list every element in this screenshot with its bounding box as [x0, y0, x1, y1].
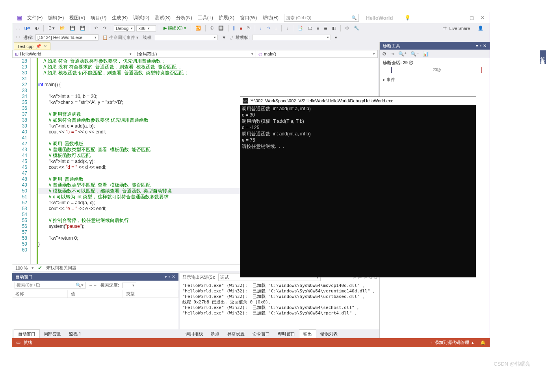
- undo-button[interactable]: ↶: [93, 25, 100, 31]
- liveshare-icon[interactable]: ⮆: [442, 26, 447, 31]
- tool-btn-a[interactable]: 🔁: [194, 25, 202, 31]
- restart-button[interactable]: ↻: [245, 25, 252, 31]
- back-button[interactable]: ◑▾: [22, 25, 32, 31]
- console-icon: C:\: [243, 98, 248, 104]
- gear-icon[interactable]: ⚙: [382, 51, 386, 57]
- thread-label: 线程:: [143, 35, 152, 41]
- window-buttons: — ▢ ✕: [458, 15, 488, 20]
- process-label: 进程:: [23, 35, 33, 41]
- debug-toolbar: ⋮⋮ 进程: [19424] HelloWorld.exe 📋 生命周期事件▾ …: [12, 33, 490, 42]
- status-icon: ▭: [16, 340, 20, 345]
- minimize-button[interactable]: —: [458, 15, 463, 20]
- menu-item[interactable]: 生成(B): [110, 13, 130, 23]
- panel-tab[interactable]: 异常设置: [223, 330, 249, 338]
- console-body: 调用普通函数 int add(int a, int b) c = 30 调用函数…: [240, 105, 476, 277]
- chart-icon[interactable]: 📊: [423, 51, 429, 57]
- solution-explorer-tab[interactable]: 解决方案资源管理器: [540, 50, 546, 64]
- file-tab[interactable]: Test.cpp 📌 ✕: [14, 43, 50, 50]
- menu-item[interactable]: 工具(T): [195, 13, 215, 23]
- panel-tab[interactable]: 调用堆栈: [182, 330, 207, 338]
- menu-item[interactable]: 编辑(E): [46, 13, 66, 23]
- panel-tab[interactable]: 命令窗口: [249, 330, 274, 338]
- redo-button[interactable]: ↷: [101, 25, 108, 31]
- process-dropdown[interactable]: [19424] HelloWorld.exe: [35, 34, 98, 41]
- search-icon: 🔍: [351, 15, 357, 20]
- console-title-bar[interactable]: C:\ Y:\002_WorkSpace\002_VS\HelloWorld\H…: [240, 97, 476, 105]
- step-over-button[interactable]: ↷: [265, 25, 272, 31]
- console-window[interactable]: C:\ Y:\002_WorkSpace\002_VS\HelloWorld\H…: [240, 96, 476, 277]
- func-dropdown[interactable]: ◎main(): [256, 50, 378, 58]
- maximize-button[interactable]: ▢: [469, 15, 474, 20]
- zoom-in-icon[interactable]: 🔍⁺: [398, 51, 407, 57]
- panel-tab[interactable]: 局部变量: [40, 330, 65, 338]
- open-button[interactable]: 📂: [58, 25, 67, 31]
- stackframe-label: 堆栈帧:: [236, 35, 250, 41]
- menu-item[interactable]: 分析(N): [174, 13, 195, 23]
- panel-tab[interactable]: 输出: [299, 329, 316, 338]
- search-placeholder: 搜索 (Ctrl+Q): [286, 15, 311, 21]
- autos-panel-title: 自动窗口 ▾▫✕: [12, 273, 178, 281]
- save-all-button[interactable]: 💾: [78, 25, 87, 31]
- step-out-button[interactable]: ↑: [273, 25, 279, 31]
- status-bar: ▭ 就绪 ↑ 添加到源代码管理 ▴ 🔔: [12, 338, 490, 347]
- tool-btn-b[interactable]: 🔲: [217, 25, 225, 31]
- pin-icon[interactable]: 📌: [36, 44, 41, 49]
- output-body[interactable]: "HelloWorld.exe" (Win32): 已加载 "C:\Window…: [180, 282, 379, 329]
- menu-item[interactable]: 帮助(H): [260, 13, 281, 23]
- menu-item[interactable]: 测试(S): [152, 13, 173, 23]
- menu-item[interactable]: 项目(P): [88, 13, 109, 23]
- menu-item[interactable]: 扩展(X): [216, 13, 237, 23]
- diag-timeline[interactable]: 20秒: [383, 67, 487, 75]
- menu-item[interactable]: 窗口(W): [238, 13, 259, 23]
- ok-icon: ✔: [38, 265, 42, 271]
- panel-tab[interactable]: 断点: [207, 330, 223, 338]
- vs-logo: ▣: [14, 12, 25, 23]
- app-title: HelloWorld: [366, 15, 393, 21]
- snapshot-icon[interactable]: ⦾: [208, 25, 215, 31]
- pause-button[interactable]: ∥: [231, 25, 237, 31]
- autos-search[interactable]: 搜索(Ctrl+E)🔍▾: [15, 282, 85, 289]
- platform-dropdown[interactable]: x86: [136, 25, 156, 31]
- close-button[interactable]: ✕: [480, 15, 485, 20]
- panel-tab[interactable]: 自动窗口: [14, 329, 40, 338]
- config-dropdown[interactable]: Debug: [114, 25, 135, 31]
- main-toolbar: ⋮⋮ ◑▾ ◐ 🗋▾ 📂 💾 💾 ↶ ↷ Debug x86 ▶ 继续(C)▾ …: [12, 23, 490, 33]
- save-button[interactable]: 💾: [68, 25, 77, 31]
- close-tab-icon[interactable]: ✕: [44, 44, 47, 48]
- stop-button[interactable]: ■: [238, 25, 244, 31]
- context-bar: ⊞HelloWorld (全局范围) ◎main(): [12, 50, 378, 58]
- liveshare-label[interactable]: Live Share: [449, 26, 470, 31]
- global-dropdown[interactable]: (全局范围): [134, 50, 256, 58]
- menu-item[interactable]: 视图(V): [67, 13, 87, 23]
- feedback-icon[interactable]: 👤: [478, 26, 483, 31]
- menu-item[interactable]: 调试(D): [131, 13, 152, 23]
- notification-icon[interactable]: 💡: [405, 15, 410, 20]
- autos-header: 名称值类型: [12, 290, 178, 298]
- zoom-out-icon[interactable]: 🔍⁻: [410, 51, 419, 57]
- scope-dropdown[interactable]: ⊞HelloWorld: [12, 50, 134, 58]
- panel-tab[interactable]: 错误列表: [316, 330, 342, 338]
- stackframe-dropdown[interactable]: [252, 35, 331, 40]
- thread-dropdown[interactable]: [155, 35, 218, 40]
- step-into-button[interactable]: ↓: [258, 25, 264, 31]
- notify-icon[interactable]: 🔔: [480, 340, 486, 345]
- panel-tab[interactable]: 监视 1: [65, 330, 85, 338]
- menu-item[interactable]: 文件(F): [25, 13, 45, 23]
- file-tab-row: Test.cpp 📌 ✕: [12, 42, 378, 50]
- search-box[interactable]: 搜索 (Ctrl+Q) 🔍: [284, 14, 359, 22]
- forward-button[interactable]: ◐: [33, 25, 41, 31]
- menu-bar: 文件(F)编辑(E)视图(V)项目(P)生成(B)调试(D)测试(S)分析(N)…: [25, 13, 281, 23]
- title-bar: ▣ 文件(F)编辑(E)视图(V)项目(P)生成(B)调试(D)测试(S)分析(…: [12, 12, 490, 23]
- new-button[interactable]: 🗋▾: [46, 25, 56, 31]
- source-control-button[interactable]: 添加到源代码管理: [435, 340, 469, 346]
- continue-button[interactable]: ▶ 继续(C)▾: [162, 24, 188, 32]
- panel-tab[interactable]: 即时窗口: [274, 330, 299, 338]
- watermark: CSDN @韩曙亮: [494, 361, 530, 368]
- step-icon[interactable]: ⇥: [390, 51, 394, 57]
